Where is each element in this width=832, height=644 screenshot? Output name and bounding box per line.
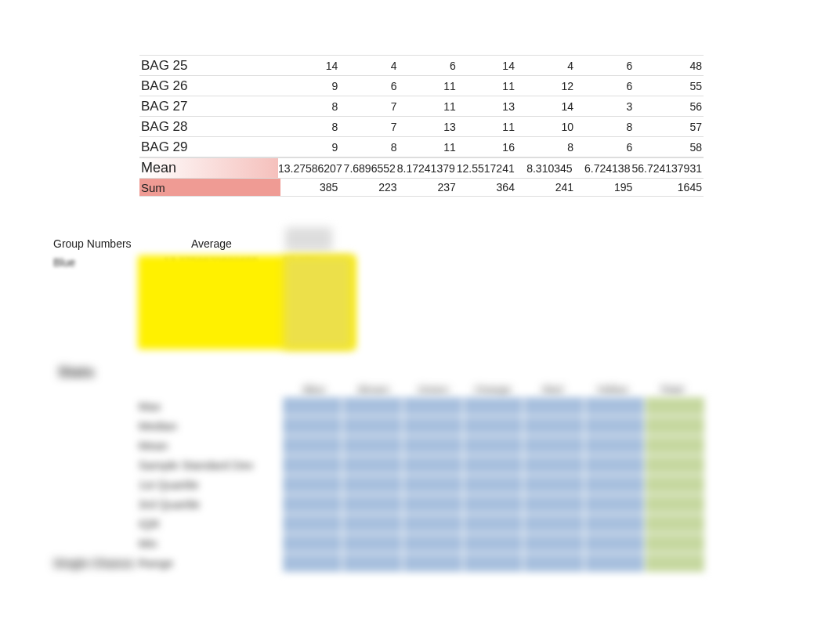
stats-row: Median	[53, 416, 705, 436]
stats-cell	[463, 436, 523, 455]
bag-cell: 11	[458, 80, 516, 92]
bag-cell: 7	[339, 100, 398, 113]
sum-row: Sum 385 223 237 364 241 195 1645	[139, 178, 704, 197]
stats-cell	[463, 416, 523, 436]
mean-c3: 12.5517241	[457, 162, 516, 175]
stats-row-label: 1st Quartile	[139, 478, 282, 491]
stats-row: IQR	[53, 514, 705, 534]
group-block: Group Numbers Average	[53, 235, 351, 252]
stats-cell	[342, 494, 403, 514]
mean-c2: 8.17241379	[397, 162, 457, 175]
stats-cell	[282, 475, 342, 494]
stats-cell	[584, 514, 645, 534]
stats-cell	[403, 455, 463, 475]
table-row: BAG 2696111112655	[139, 75, 704, 96]
stats-row-label: IQR	[139, 517, 282, 530]
bag-cell: 9	[280, 80, 339, 92]
sum-c1: 223	[339, 181, 398, 194]
group-r0c1: Blue	[53, 256, 75, 269]
bag-cell: 57	[634, 121, 704, 133]
bag-cell: 6	[339, 80, 398, 92]
stats-row: Max	[53, 396, 705, 416]
stats-cell	[403, 514, 463, 534]
mean-c4: 8.310345	[516, 162, 574, 175]
stats-cell	[584, 436, 645, 455]
stats-cell	[403, 475, 463, 494]
bag-label: BAG 27	[139, 99, 280, 114]
stats-row-label: Mean	[139, 439, 282, 452]
stats-cell	[403, 494, 463, 514]
stats-cell	[523, 534, 584, 553]
bag-cell: 55	[634, 80, 704, 92]
sum-c6: 1645	[634, 181, 704, 194]
bag-cell: 13	[399, 121, 458, 133]
bag-cell: 13	[458, 100, 516, 113]
stats-block: Stats Blue Brown Green Orange Red Yellow…	[53, 364, 705, 573]
stats-cell	[584, 416, 645, 436]
sum-c0: 385	[280, 181, 339, 194]
stats-cell	[523, 475, 584, 494]
stats-cell	[584, 455, 645, 475]
stats-row-label: 3rd Quartile	[139, 497, 282, 511]
stats-cell	[463, 396, 523, 416]
stats-cell	[282, 396, 342, 416]
bag-cell: 9	[280, 141, 339, 154]
stats-cell	[645, 436, 705, 455]
stats-cell	[584, 553, 645, 573]
group-h1: Group Numbers	[53, 237, 191, 250]
group-header: Group Numbers Average	[53, 235, 351, 252]
stats-cell	[403, 553, 463, 573]
bag-cell: 8	[516, 141, 575, 154]
bag-label: BAG 29	[139, 139, 280, 155]
stats-col-0: Blue	[284, 384, 344, 396]
bag-cell: 14	[458, 60, 516, 72]
table-row: BAG 2787111314356	[139, 96, 704, 116]
stats-cell	[342, 475, 403, 494]
stats-col-1: Brown	[344, 384, 403, 396]
stats-row: 1st Quartile	[53, 475, 705, 494]
stats-cell	[342, 514, 403, 534]
bag-cell: 4	[516, 60, 575, 72]
stats-cell	[282, 494, 342, 514]
bag-label: BAG 25	[139, 58, 280, 74]
stats-cell	[523, 455, 584, 475]
table-row: BAG 2887131110857	[139, 116, 704, 136]
mean-row: Mean 13.27586207 7.6896552 8.17241379 12…	[139, 157, 704, 178]
bag-table: BAG 251446144648BAG 2696111112655BAG 278…	[139, 55, 704, 197]
sum-c2: 237	[399, 181, 458, 194]
stats-cell	[282, 455, 342, 475]
stats-cell	[342, 436, 403, 455]
bag-cell: 48	[634, 60, 704, 72]
bag-cell: 6	[575, 80, 634, 92]
bag-cell: 16	[458, 141, 516, 154]
bag-cell: 12	[516, 80, 575, 92]
stats-cell	[463, 475, 523, 494]
bag-cell: 56	[634, 100, 704, 113]
stats-cell	[282, 534, 342, 553]
bag-cell: 14	[280, 60, 339, 72]
stats-col-4: Red	[523, 384, 582, 396]
stats-col-3: Orange	[463, 384, 523, 396]
stats-cell	[645, 475, 705, 494]
stats-row: 3rd Quartile	[53, 494, 705, 514]
stats-row: Sample Standard Dev	[53, 455, 705, 475]
stats-cell	[645, 553, 705, 573]
mean-label: Mean	[139, 158, 278, 178]
stats-cell	[403, 396, 463, 416]
sum-label: Sum	[139, 179, 280, 196]
stats-cell	[403, 436, 463, 455]
mean-c1: 7.6896552	[339, 162, 397, 175]
stats-cell	[342, 455, 403, 475]
stats-row: Mean	[53, 436, 705, 455]
stats-cell	[645, 534, 705, 553]
stats-cell	[463, 494, 523, 514]
stats-cell	[282, 553, 342, 573]
bag-cell: 58	[634, 141, 704, 154]
stats-row-label: Range	[139, 556, 282, 570]
single-chance-label: Single Chance	[53, 556, 134, 570]
stats-cell	[463, 534, 523, 553]
table-row: BAG 251446144648	[139, 55, 704, 75]
stats-cell	[463, 553, 523, 573]
stats-cell	[403, 534, 463, 553]
stats-row: Min	[53, 534, 705, 553]
